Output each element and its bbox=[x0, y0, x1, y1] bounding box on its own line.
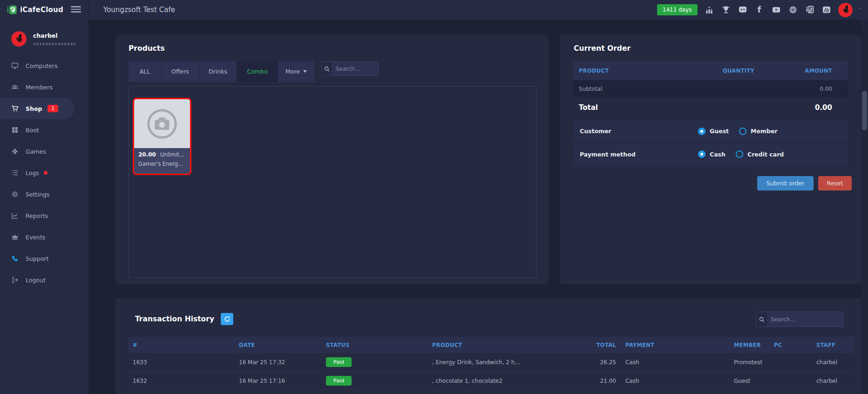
list-icon bbox=[11, 169, 19, 177]
reset-button[interactable]: Reset bbox=[818, 176, 852, 190]
discord-icon[interactable] bbox=[738, 5, 748, 14]
line-chart-icon bbox=[11, 212, 19, 220]
table-row[interactable]: 1632 16 Mar 25 17:16 Paid , chocolate 1,… bbox=[128, 372, 854, 390]
icafe-icon[interactable] bbox=[805, 5, 815, 14]
sidebar-item-boot[interactable]: Boot bbox=[0, 119, 88, 141]
transactions-search-input[interactable] bbox=[767, 312, 843, 326]
transactions-table: # DATE STATUS PRODUCT TOTAL PAYMENT MEMB… bbox=[128, 337, 854, 394]
products-search-input[interactable] bbox=[332, 62, 378, 75]
gamepad-icon bbox=[11, 148, 19, 156]
youtube-icon[interactable] bbox=[771, 5, 781, 14]
sidebar-item-computers[interactable]: Computers bbox=[0, 55, 88, 76]
current-order-title: Current Order bbox=[574, 44, 631, 53]
search-icon bbox=[322, 62, 332, 75]
sidebar-item-settings[interactable]: Settings bbox=[0, 183, 88, 205]
products-title: Products bbox=[129, 44, 165, 53]
tab-drinks[interactable]: Drinks bbox=[199, 61, 237, 82]
users-icon bbox=[11, 83, 19, 91]
radio-selected-icon bbox=[698, 128, 705, 135]
license-days-badge[interactable]: 1411 days bbox=[657, 4, 698, 15]
radio-unselected-icon bbox=[736, 150, 743, 158]
sidebar-item-reports[interactable]: Reports bbox=[0, 205, 88, 226]
transaction-history-title: Transaction History bbox=[135, 315, 214, 323]
txn-payment: Cash bbox=[621, 359, 729, 366]
sidebar-user-masked: xxxxxxxxxxxxxx bbox=[33, 41, 76, 46]
crown-icon bbox=[11, 233, 19, 241]
sidebar-item-logs[interactable]: Logs bbox=[0, 162, 88, 183]
brand-name: iCafeCloud bbox=[20, 6, 63, 14]
sidebar-item-logout[interactable]: Logout bbox=[0, 269, 88, 291]
search-icon bbox=[756, 312, 767, 326]
product-card-selected[interactable]: 20.00 Unlimit... Gamer's Energ... bbox=[133, 98, 191, 175]
order-table: PRODUCT QUANTITY AMOUNT Subtotal 0.00 To… bbox=[573, 61, 848, 118]
product-name: Gamer's Energ... bbox=[138, 161, 186, 167]
submit-order-button[interactable]: Submit order bbox=[757, 176, 814, 190]
sidebar-avatar bbox=[11, 31, 27, 47]
sidebar-item-shop[interactable]: Shop 1 bbox=[0, 98, 75, 119]
txn-member: Promotest bbox=[729, 359, 769, 366]
sidebar-nav: Computers Members Shop 1 Boot Games L bbox=[0, 55, 88, 291]
order-subtotal-row: Subtotal 0.00 bbox=[573, 80, 848, 97]
scrollbar-thumb[interactable] bbox=[862, 91, 867, 130]
page-scrollbar[interactable] bbox=[861, 0, 868, 394]
caret-down-icon bbox=[303, 70, 307, 73]
sidebar-user[interactable]: charbel xxxxxxxxxxxxxx bbox=[0, 20, 88, 55]
customer-guest-radio[interactable]: Guest bbox=[698, 128, 729, 135]
sidebar-item-support[interactable]: Support bbox=[0, 248, 88, 269]
globe-icon[interactable] bbox=[788, 5, 798, 14]
transactions-table-header: # DATE STATUS PRODUCT TOTAL PAYMENT MEMB… bbox=[128, 337, 854, 353]
subtotal-value: 0.00 bbox=[778, 86, 848, 92]
order-actions: Submit order Reset bbox=[757, 176, 852, 190]
sidebar-item-games[interactable]: Games bbox=[0, 141, 88, 162]
refresh-button[interactable] bbox=[221, 313, 233, 325]
camera-icon bbox=[144, 106, 180, 142]
payment-method-row: Payment method Cash Credit card bbox=[573, 143, 848, 166]
txn-product: , chocolate 1, chocolate2 bbox=[427, 378, 567, 384]
trophy-icon[interactable] bbox=[721, 5, 731, 14]
txn-id: 1632 bbox=[128, 378, 234, 384]
tab-all[interactable]: ALL bbox=[129, 61, 162, 82]
tab-combo[interactable]: Combo bbox=[237, 61, 278, 82]
txn-date: 16 Mar 25 17:16 bbox=[234, 378, 321, 384]
monitor-icon bbox=[11, 62, 19, 70]
leaderboard-icon[interactable] bbox=[704, 5, 714, 14]
user-avatar[interactable] bbox=[838, 3, 853, 17]
txn-staff: charbel bbox=[812, 378, 854, 384]
customer-row: Customer Guest Member bbox=[573, 120, 848, 143]
youngzsoft-icon[interactable] bbox=[821, 5, 832, 14]
phone-icon bbox=[11, 255, 19, 263]
product-image-placeholder bbox=[134, 99, 190, 148]
icafecloud-app: iCafeCloud Youngzsoft Test Cafe 1411 day… bbox=[0, 0, 868, 394]
chevron-down-icon[interactable]: ˅ bbox=[859, 7, 862, 13]
cafe-name-title: Youngzsoft Test Cafe bbox=[103, 6, 175, 14]
payment-credit-card-radio[interactable]: Credit card bbox=[736, 150, 784, 158]
sidebar-item-events[interactable]: Events bbox=[0, 226, 88, 248]
product-category-tabs: ALL Offers Drinks Combo More bbox=[129, 61, 315, 82]
total-value: 0.00 bbox=[778, 103, 848, 112]
topbar-actions: 1411 days f bbox=[657, 0, 861, 20]
radio-selected-icon bbox=[698, 150, 705, 158]
logs-alert-dot bbox=[44, 171, 47, 175]
products-searchbox bbox=[321, 61, 379, 76]
tab-more-dropdown[interactable]: More bbox=[278, 61, 315, 82]
txn-product: , Energy Drink, Sandwich, 2 h... bbox=[427, 359, 567, 366]
current-order-panel: Current Order PRODUCT QUANTITY AMOUNT Su… bbox=[560, 35, 861, 285]
sidebar-item-members[interactable]: Members bbox=[0, 76, 88, 98]
txn-staff: charbel bbox=[812, 359, 854, 366]
payment-cash-radio[interactable]: Cash bbox=[698, 150, 726, 158]
txn-total: 21.00 bbox=[567, 378, 621, 384]
txn-id: 1633 bbox=[128, 359, 234, 366]
products-grid: 20.00 Unlimit... Gamer's Energ... bbox=[129, 86, 536, 278]
radio-unselected-icon bbox=[739, 128, 746, 135]
customer-member-radio[interactable]: Member bbox=[739, 128, 778, 135]
status-badge: Paid bbox=[326, 357, 352, 367]
logout-icon bbox=[11, 276, 19, 284]
product-tag: Unlimit... bbox=[160, 151, 184, 158]
table-row[interactable] bbox=[128, 390, 854, 394]
tab-offers[interactable]: Offers bbox=[162, 61, 199, 82]
windows-icon bbox=[11, 126, 19, 134]
refresh-icon bbox=[224, 316, 231, 322]
facebook-icon[interactable]: f bbox=[754, 5, 765, 14]
table-row[interactable]: 1633 16 Mar 25 17:32 Paid , Energy Drink… bbox=[128, 353, 854, 372]
menu-toggle-button[interactable] bbox=[71, 6, 81, 14]
